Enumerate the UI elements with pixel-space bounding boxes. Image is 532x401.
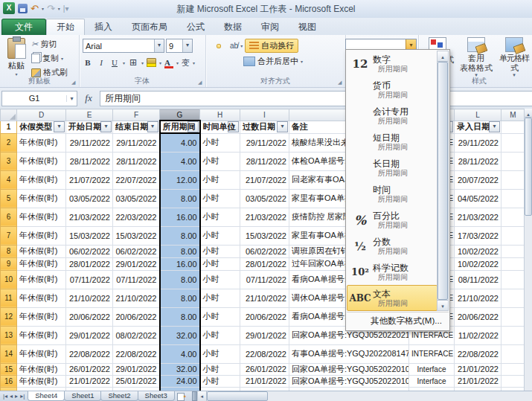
last-sheet-icon[interactable] xyxy=(20,393,25,400)
cell-source[interactable]: Interface xyxy=(409,375,455,387)
cell-pass-date[interactable]: 21/03/2022 xyxy=(240,208,289,226)
cell-start-date[interactable]: 29/01/2022 xyxy=(66,326,113,344)
column-header[interactable]: G xyxy=(160,109,200,121)
cell-M[interactable] xyxy=(501,326,525,344)
font-family-combo[interactable]: Arial xyxy=(83,39,164,53)
cell-type[interactable]: 年休假(时) xyxy=(17,326,66,344)
row-header[interactable]: 7 xyxy=(1,226,17,245)
cell-end-date[interactable]: 07/11/2022 xyxy=(113,270,160,289)
number-format-option[interactable]: % 百分比 所用期间 xyxy=(347,207,438,233)
cell-end-date[interactable]: 29/11/2022 xyxy=(113,133,160,152)
row-header[interactable]: 11 xyxy=(1,289,17,307)
increase-indent-button[interactable] xyxy=(237,60,241,64)
cell-start-date[interactable]: 20/06/2022 xyxy=(66,307,113,326)
insert-function-button[interactable]: fx xyxy=(77,92,100,104)
cell-end-date[interactable]: 21/10/2022 xyxy=(113,289,160,307)
tab-view[interactable]: 视图 xyxy=(289,19,326,35)
align-bottom-button[interactable] xyxy=(223,44,228,48)
insert-worksheet-icon[interactable] xyxy=(174,391,188,401)
active-cell-G1[interactable]: 所用期间 xyxy=(160,121,200,133)
tab-formulas[interactable]: 公式 xyxy=(177,19,214,35)
number-format-option[interactable]: 会计专用 所用期间 xyxy=(347,103,438,129)
cell-period[interactable]: 8.00 xyxy=(160,289,200,307)
cell-M[interactable] xyxy=(501,270,525,289)
header-cell-pass[interactable]: 过数日期 xyxy=(240,121,289,133)
row-header[interactable]: 2 xyxy=(1,133,17,152)
copy-button[interactable]: 复制▾ xyxy=(31,53,68,64)
cell-entry-date[interactable]: 28/11/2022 xyxy=(455,152,501,170)
header-cell-unit[interactable]: 时间单位 xyxy=(200,121,240,133)
cell-M[interactable] xyxy=(501,152,525,170)
cell-M[interactable] xyxy=(501,170,525,189)
cell-period[interactable]: 32.00 xyxy=(160,363,200,375)
cell-entry-date[interactable]: 17/03/2022 xyxy=(455,226,501,245)
cell-end-date[interactable]: 03/05/2022 xyxy=(113,189,160,208)
cell-period[interactable]: 8.00 xyxy=(160,226,200,245)
cell-unit[interactable]: 小时 xyxy=(200,152,240,170)
cell-entry-date[interactable]: 22/08/2022 xyxy=(455,344,501,363)
cell-M[interactable] xyxy=(501,189,525,208)
cell-period[interactable]: 24.00 xyxy=(160,375,200,387)
cell-unit[interactable]: 小时 xyxy=(200,344,240,363)
cell-pass-date[interactable]: 21/01/2022 xyxy=(240,375,289,387)
cell-note[interactable]: 有事OA单据号:YGQJ2022081476 xyxy=(289,344,409,363)
number-format-option[interactable]: 货币 所用期间 xyxy=(347,77,438,103)
format-as-table-button[interactable]: 套用 表格格式 ▾ xyxy=(457,37,496,77)
cell-entry-date[interactable]: 21/01/2022 xyxy=(455,375,501,387)
header-cell-entry[interactable]: 录入日期 xyxy=(455,121,501,133)
column-header[interactable]: M xyxy=(501,109,525,121)
cell-period[interactable]: 12.00 xyxy=(160,170,200,189)
align-middle-button[interactable] xyxy=(217,44,221,48)
align-top-button[interactable] xyxy=(210,44,214,48)
redo-icon[interactable]: ↷ xyxy=(47,4,55,13)
cell-pass-date[interactable]: 26/01/2022 xyxy=(240,363,289,375)
cell-type[interactable]: 年休假(时) xyxy=(17,152,66,170)
clipboard-dialog-launcher-icon[interactable] xyxy=(71,80,77,86)
cell-unit[interactable]: 小时 xyxy=(200,307,240,326)
cell-end-date[interactable]: 08/02/2022 xyxy=(113,326,160,344)
font-size-combo[interactable]: 9 xyxy=(166,39,193,53)
cell-styles-button[interactable]: 单元格样式 ▾ xyxy=(497,37,531,77)
column-header[interactable]: H xyxy=(200,109,240,121)
cell-period[interactable]: 8.00 xyxy=(160,245,200,257)
more-number-formats-item[interactable]: 其他数字格式(M)... xyxy=(347,312,449,330)
cell-pass-date[interactable]: 21/10/2022 xyxy=(240,289,289,307)
cell-pass-date[interactable]: 15/03/2022 xyxy=(240,226,289,245)
row-header[interactable]: 5 xyxy=(1,189,17,208)
cut-button[interactable]: 剪切 xyxy=(31,39,68,50)
cell-start-date[interactable]: 15/03/2022 xyxy=(66,226,113,245)
cell-pass-date[interactable]: 20/06/2022 xyxy=(240,307,289,326)
scroll-left-icon[interactable] xyxy=(198,391,207,401)
cell-period[interactable]: 16.00 xyxy=(160,208,200,226)
header-cell-end[interactable]: 结束日期 xyxy=(113,121,160,133)
cell-type[interactable]: 年休假(时) xyxy=(17,170,66,189)
cell-note[interactable]: 回家OA单据号:YGQJ052022010321 xyxy=(289,375,409,387)
font-color-caret-icon[interactable]: ▾ xyxy=(176,60,179,65)
cell-start-date[interactable]: 28/01/2022 xyxy=(66,257,113,270)
column-header[interactable]: E xyxy=(66,109,113,121)
decrease-indent-button[interactable] xyxy=(230,60,234,64)
cell-unit[interactable]: 小时 xyxy=(200,363,240,375)
cell-start-date[interactable]: 06/02/2022 xyxy=(66,245,113,257)
cell-end-date[interactable]: 29/01/2022 xyxy=(113,363,160,375)
qat-customize-icon[interactable]: |▾ xyxy=(63,4,69,13)
align-center-button[interactable] xyxy=(217,60,221,64)
align-left-button[interactable] xyxy=(210,60,214,64)
column-header[interactable]: F xyxy=(113,109,160,121)
filter-caret-icon[interactable] xyxy=(147,121,158,132)
cell-M[interactable] xyxy=(501,226,525,245)
row-header[interactable]: 6 xyxy=(1,208,17,226)
header-cell-M[interactable] xyxy=(501,121,525,133)
cell-end-date[interactable]: 06/02/2022 xyxy=(113,245,160,257)
cell-pass-date[interactable]: 07/11/2022 xyxy=(240,270,289,289)
row-header[interactable]: 1 xyxy=(1,121,17,133)
vertical-scrollbar[interactable] xyxy=(524,109,532,391)
cell-pass-date[interactable]: 03/05/2022 xyxy=(240,189,289,208)
cell-start-date[interactable]: 21/07/2022 xyxy=(66,170,113,189)
cell-start-date[interactable]: 29/11/2022 xyxy=(66,133,113,152)
phonetic-caret-icon[interactable]: ▾ xyxy=(193,60,195,65)
cell-type[interactable]: 年休假(时) xyxy=(17,307,66,326)
sheet-tab[interactable]: Sheet2 xyxy=(100,391,138,401)
horizontal-scroll-thumb[interactable] xyxy=(207,391,268,401)
cell-type[interactable]: 年休假(时) xyxy=(17,289,66,307)
